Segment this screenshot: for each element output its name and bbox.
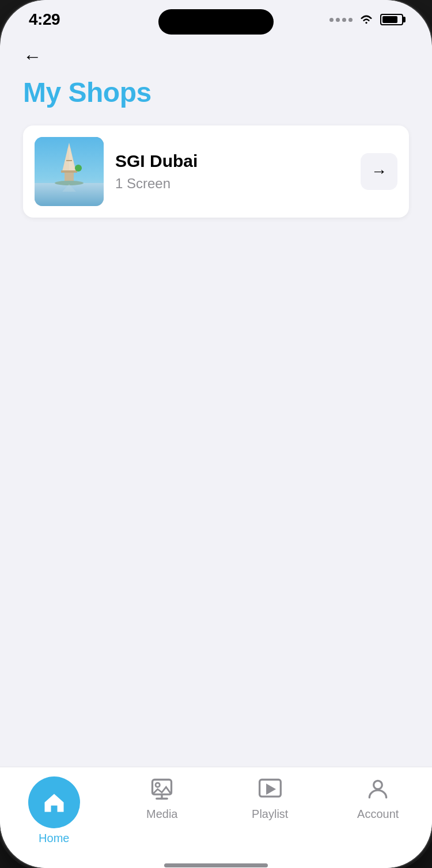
battery-icon: [380, 14, 403, 25]
status-icons: [329, 14, 403, 25]
svg-marker-16: [267, 785, 274, 794]
playlist-icon: [257, 776, 283, 804]
shop-info: SGI Dubai 1 Screen: [115, 151, 349, 192]
wifi-icon: [358, 14, 374, 25]
home-bar: [164, 863, 268, 867]
tab-playlist-icon-wrap: [257, 776, 283, 804]
shop-image: [35, 137, 104, 206]
tab-home-icon-wrap: [28, 776, 80, 828]
arrow-right-icon: →: [371, 162, 387, 181]
tab-account-label: Account: [357, 808, 399, 821]
tab-media[interactable]: Media: [108, 776, 217, 821]
home-indicator: [0, 862, 432, 868]
media-icon: [149, 776, 175, 804]
shop-name: SGI Dubai: [115, 151, 349, 171]
svg-rect-6: [61, 170, 77, 173]
home-icon: [41, 790, 67, 815]
account-icon: [365, 776, 391, 804]
tab-home-label: Home: [39, 832, 69, 845]
shop-card[interactable]: SGI Dubai 1 Screen →: [23, 125, 409, 218]
page-title: My Shops: [23, 77, 409, 108]
screen: 4:29: [0, 0, 432, 868]
tab-playlist-label: Playlist: [252, 808, 288, 821]
main-content: ← My Shops: [0, 35, 432, 767]
svg-point-10: [75, 165, 82, 172]
tab-bar: Home Media: [0, 767, 432, 862]
back-arrow-icon: ←: [23, 46, 41, 67]
tab-account-icon-wrap: [365, 776, 391, 804]
status-bar: 4:29: [0, 0, 432, 35]
tab-home[interactable]: Home: [0, 776, 108, 845]
svg-point-17: [374, 781, 382, 789]
status-time: 4:29: [29, 10, 60, 29]
svg-point-12: [156, 783, 160, 787]
signal-dots-icon: [329, 18, 353, 22]
phone-frame: 4:29: [0, 0, 432, 868]
tab-media-label: Media: [146, 808, 177, 821]
home-icon-circle: [28, 776, 80, 828]
shop-screens: 1 Screen: [115, 176, 349, 192]
shop-navigate-button[interactable]: →: [361, 153, 397, 190]
tab-account[interactable]: Account: [324, 776, 433, 821]
tab-media-icon-wrap: [149, 776, 175, 804]
dynamic-island: [158, 9, 274, 35]
back-button[interactable]: ←: [23, 46, 409, 67]
svg-rect-7: [66, 160, 72, 161]
tab-playlist[interactable]: Playlist: [216, 776, 324, 821]
